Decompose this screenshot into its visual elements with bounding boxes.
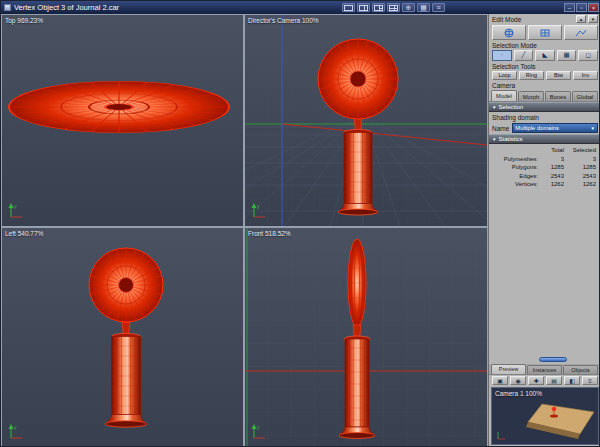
layout-three-pane-button[interactable] — [372, 3, 385, 12]
viewport-left-label: Left 540.77% — [5, 230, 43, 237]
pan-tool-button[interactable]: ✚ — [528, 376, 544, 385]
camera-preview-viewport[interactable]: Camera 1 100% — [491, 387, 599, 445]
stat-selected: 1285 — [564, 163, 596, 172]
viewport-front-canvas: y — [245, 228, 487, 447]
camera-section-label: Camera — [492, 82, 515, 89]
render-preview-button[interactable]: ▣ — [492, 376, 508, 385]
statistics-section-header[interactable]: ▼ Statistics — [489, 134, 600, 144]
umbrella-disc-top-view — [9, 81, 229, 133]
object-icon: ◻ — [585, 52, 590, 59]
maximize-button[interactable]: ▫ — [576, 3, 587, 12]
stat-row-edges: Edges: 2543 2543 — [489, 172, 600, 181]
tab-morph[interactable]: Morph — [518, 91, 544, 101]
selection-tools-label: Selection Tools — [492, 63, 536, 70]
point-icon: · — [501, 52, 503, 59]
viewport-top[interactable]: Top 969.23% — [2, 15, 243, 226]
tab-model[interactable]: Model — [491, 90, 517, 101]
tab-instances[interactable]: Instances — [527, 365, 562, 374]
ring-select-button[interactable]: Ring — [519, 71, 544, 80]
stat-total: 2543 — [538, 172, 564, 181]
select-faces-button[interactable]: ◣ — [535, 50, 555, 61]
edit-mode-animate-button[interactable] — [564, 25, 598, 40]
preview-toolbar: ▣ ◉ ✚ ▤ ◧ ≡ — [489, 375, 600, 386]
collapse-icon: ▾ — [592, 16, 595, 22]
expand-icon: ▴ — [580, 16, 583, 22]
edit-mode-assemble-button[interactable] — [492, 25, 526, 40]
select-points-button[interactable]: · — [492, 50, 512, 61]
minimize-icon: – — [568, 5, 571, 11]
viewport-directors-camera[interactable]: Director's Camera 100% — [245, 15, 487, 226]
titlebar[interactable]: Vertex Object 3 of Journal 2.car ⊕ ▦ ≡ –… — [1, 1, 600, 14]
layout-four-pane-button[interactable] — [387, 3, 400, 12]
menu-lines-icon: ≡ — [588, 378, 592, 384]
loop-select-button[interactable]: Loop — [492, 71, 517, 80]
camera-select-button[interactable]: ◉ — [510, 376, 526, 385]
preview-menu-button[interactable]: ≡ — [582, 376, 598, 385]
tab-objects[interactable]: Objects — [563, 365, 598, 374]
shading-domain-dropdown[interactable]: Multiple domains ▼ — [512, 123, 598, 133]
stat-label: Edges: — [494, 172, 538, 181]
carrara-vertex-modeler-window: Vertex Object 3 of Journal 2.car ⊕ ▦ ≡ –… — [0, 0, 600, 447]
shading-icon: ◧ — [569, 378, 575, 384]
stat-total: 1262 — [538, 180, 564, 189]
viewport-camera-label: Director's Camera 100% — [248, 17, 319, 24]
minimize-button[interactable]: – — [564, 3, 575, 12]
stat-label: Vertices: — [494, 180, 538, 189]
viewport-layout-toolbar: ⊕ ▦ ≡ — [342, 3, 445, 12]
preview-camera-label: Camera 1 100% — [495, 390, 542, 397]
viewport-left[interactable]: Left 540.77% — [2, 228, 243, 447]
camera-orb-icon: ◉ — [515, 378, 520, 384]
display-mode-button[interactable]: ▦ — [417, 3, 430, 12]
select-edges-button[interactable]: ╱ — [514, 50, 534, 61]
selection-section-header[interactable]: ▼ Selection — [489, 102, 600, 112]
umbrella-object-preview — [552, 407, 556, 411]
stat-selected: 3 — [564, 155, 596, 164]
stat-selected: 2543 — [564, 172, 596, 181]
viewport-top-label: Top 969.23% — [5, 17, 43, 24]
stat-total: 1285 — [538, 163, 564, 172]
between-select-button[interactable]: Btw — [546, 71, 571, 80]
three-pane-icon — [374, 5, 383, 11]
tab-preview[interactable]: Preview — [491, 364, 526, 374]
edit-mode-model-button[interactable] — [528, 25, 562, 40]
maximize-icon: ▫ — [580, 5, 582, 11]
statistics-columns: Total Selected — [489, 144, 600, 155]
dropdown-arrow-icon: ▼ — [591, 126, 595, 131]
section-arrow-icon: ▼ — [492, 105, 496, 110]
display-options-button[interactable]: ▤ — [546, 376, 562, 385]
layout-single-pane-button[interactable] — [342, 3, 355, 12]
stat-row-vertices: Vertices: 1262 1262 — [489, 180, 600, 189]
curve-icon — [573, 28, 589, 38]
layout-two-pane-button[interactable] — [357, 3, 370, 12]
stat-label: Polymeshes: — [494, 155, 538, 164]
panel-splitter-handle[interactable] — [539, 357, 567, 362]
properties-panel: Edit Mode ▴ ▾ — [488, 14, 600, 447]
select-object-button[interactable]: ◻ — [578, 50, 598, 61]
stat-row-polymeshes: Polymeshes: 3 3 — [489, 155, 600, 164]
panel-collapse-button[interactable]: ▾ — [588, 15, 598, 23]
select-mesh-button[interactable]: ▦ — [557, 50, 577, 61]
pan-icon: ✚ — [533, 378, 538, 384]
shading-toggle-button[interactable]: ◧ — [564, 376, 580, 385]
selection-section-title: Selection — [498, 104, 523, 110]
panel-empty-area — [489, 189, 600, 365]
stat-total: 3 — [538, 155, 564, 164]
stat-selected: 1262 — [564, 180, 596, 189]
camera-settings-button[interactable]: ⊕ — [402, 3, 415, 12]
viewport-front[interactable]: Front 518.52% — [245, 228, 487, 447]
close-button[interactable]: × — [588, 3, 599, 12]
face-icon: ◣ — [542, 52, 547, 59]
viewport-left-canvas: y — [2, 228, 243, 447]
name-label: Name — [492, 125, 509, 132]
wire-sphere-icon — [501, 28, 517, 38]
tab-global[interactable]: Global — [572, 91, 598, 101]
render-icon: ▣ — [497, 378, 503, 384]
viewport-options-button[interactable]: ≡ — [432, 3, 445, 12]
document-icon — [4, 4, 11, 11]
panel-expand-button[interactable]: ▴ — [576, 15, 586, 23]
stat-col-total: Total — [538, 146, 564, 155]
viewport-top-canvas: y — [2, 15, 243, 226]
browser-tab-bar: Preview Instances Objects — [489, 364, 600, 375]
invert-select-button[interactable]: Inv — [573, 71, 598, 80]
tab-bones[interactable]: Bones — [545, 91, 571, 101]
